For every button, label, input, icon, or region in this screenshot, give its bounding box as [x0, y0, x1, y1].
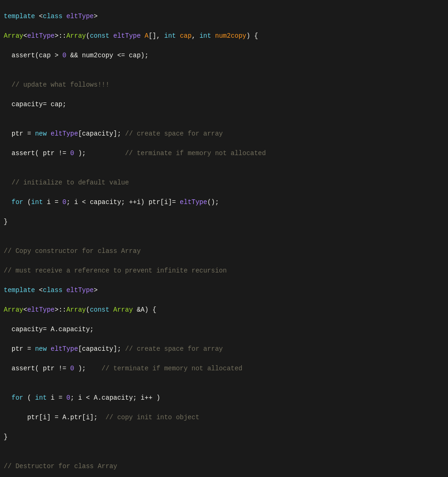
code-line-21: assert( ptr != 0 ); // terminate if memo… — [4, 364, 444, 374]
code-line-13: } — [4, 217, 444, 227]
code-line-17: template <class eltType> — [4, 286, 444, 295]
code-line-11: // initialize to default value — [4, 178, 444, 188]
code-line-8: ptr = new eltType[capacity]; // create s… — [4, 129, 444, 139]
code-line-2: Array<eltType>::Array(const eltType A[],… — [4, 31, 444, 41]
code-editor: template <class eltType> Array<eltType>:… — [0, 0, 448, 477]
code-line-16: // must receive a reference to prevent i… — [4, 266, 444, 276]
code-line-20: ptr = new eltType[capacity]; // create s… — [4, 344, 444, 354]
code-line-3: assert(cap > 0 && num2copy <= cap); — [4, 51, 444, 61]
code-line-23: for ( int i = 0; i < A.capacity; i++ ) — [4, 393, 444, 403]
code-line-25: } — [4, 432, 444, 442]
code-line-27: // Destructor for class Array — [4, 462, 444, 471]
code-line-24: ptr[i] = A.ptr[i]; // copy init into obj… — [4, 413, 444, 422]
code-line-18: Array<eltType>::Array(const Array &A) { — [4, 305, 444, 315]
code-line-9: assert( ptr != 0 ); // terminate if memo… — [4, 149, 444, 158]
code-line-12: for (int i = 0; i < capacity; ++i) ptr[i… — [4, 198, 444, 207]
code-line-15: // Copy constructor for class Array — [4, 246, 444, 256]
code-line-5: // update what follows!!! — [4, 80, 444, 90]
code-line-6: capacity= cap; — [4, 100, 444, 109]
code-line-19: capacity= A.capacity; — [4, 325, 444, 334]
code-line-1: template <class eltType> — [4, 12, 444, 21]
